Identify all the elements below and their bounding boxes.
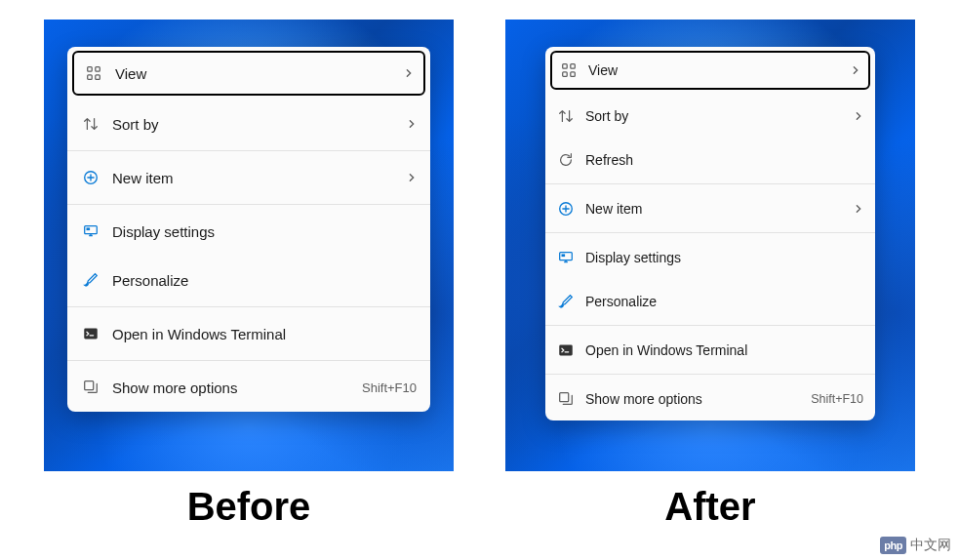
menu-separator [545,183,875,184]
menu-separator [67,306,430,307]
svg-rect-16 [559,344,573,355]
chevron-right-icon [407,115,417,133]
before-panel: ViewSort byNew itemDisplay settingsPerso… [44,20,454,529]
menu-item-view[interactable]: View [550,51,870,90]
svg-rect-15 [562,254,566,257]
chevron-right-icon [854,200,863,218]
watermark-text: 中文网 [910,537,951,554]
refresh-icon [557,151,575,169]
menu-item-label: Show more options [112,380,354,396]
menu-item-label: Sort by [585,108,846,124]
menu-item-personalize[interactable]: Personalize [67,256,430,304]
menu-separator [67,204,430,205]
menu-item-label: Show more options [585,391,803,407]
svg-rect-0 [88,67,93,72]
menu-separator [67,360,430,361]
menu-item-label: Open in Windows Terminal [585,342,863,358]
new-icon [81,168,100,187]
menu-item-open-in-windows-terminal[interactable]: Open in Windows Terminal [67,309,430,358]
after-desktop: ViewSort byRefreshNew itemDisplay settin… [505,20,915,471]
after-caption: After [505,485,915,529]
more-icon [81,378,100,397]
sort-icon [557,107,575,125]
brush-icon [81,270,100,290]
more-icon [557,390,575,408]
menu-item-display-settings[interactable]: Display settings [545,235,875,279]
svg-rect-8 [85,381,94,390]
menu-separator [545,232,875,233]
menu-item-label: Display settings [112,223,417,240]
display-icon [557,249,575,266]
before-caption: Before [44,485,454,529]
svg-rect-2 [88,75,93,80]
menu-item-label: Display settings [585,250,863,265]
grid-icon [560,61,578,79]
menu-separator [545,374,875,375]
menu-item-display-settings[interactable]: Display settings [67,207,430,256]
menu-item-personalize[interactable]: Personalize [545,279,875,323]
menu-item-new-item[interactable]: New item [545,186,875,230]
grid-icon [84,63,103,83]
menu-item-label: New item [112,170,399,186]
svg-rect-6 [87,227,91,230]
menu-item-label: Sort by [112,116,399,133]
svg-rect-17 [560,392,569,401]
chevron-right-icon [404,64,414,82]
menu-item-label: View [588,62,843,78]
menu-item-view[interactable]: View [72,51,425,96]
menu-item-sort-by[interactable]: Sort by [545,94,875,138]
before-context-menu: ViewSort byNew itemDisplay settingsPerso… [67,47,430,412]
svg-rect-1 [96,67,100,72]
new-icon [557,200,575,218]
before-desktop: ViewSort byNew itemDisplay settingsPerso… [44,20,454,471]
menu-item-label: Open in Windows Terminal [112,326,417,342]
menu-item-label: New item [585,201,846,217]
terminal-icon [81,324,100,343]
chevron-right-icon [407,169,417,186]
svg-rect-12 [571,72,576,77]
svg-rect-10 [571,64,576,69]
svg-rect-3 [96,75,100,80]
brush-icon [557,293,575,310]
menu-separator [67,150,430,151]
terminal-icon [557,341,575,359]
sort-icon [81,114,100,134]
menu-separator [545,325,875,326]
menu-item-label: View [115,65,396,82]
menu-item-label: Personalize [112,272,417,289]
menu-item-sort-by[interactable]: Sort by [67,100,430,148]
chevron-right-icon [851,61,860,79]
menu-shortcut: Shift+F10 [811,392,863,406]
menu-item-label: Refresh [585,152,863,168]
menu-shortcut: Shift+F10 [362,380,417,395]
svg-rect-7 [84,329,98,340]
display-icon [81,221,100,241]
menu-item-new-item[interactable]: New item [67,153,430,202]
menu-item-open-in-windows-terminal[interactable]: Open in Windows Terminal [545,328,875,372]
after-panel: ViewSort byRefreshNew itemDisplay settin… [505,20,915,529]
svg-rect-9 [563,64,568,69]
menu-item-refresh[interactable]: Refresh [545,138,875,181]
menu-item-show-more-options[interactable]: Show more optionsShift+F10 [545,377,875,420]
php-badge: php [880,537,906,554]
menu-item-label: Personalize [585,294,863,309]
after-context-menu: ViewSort byRefreshNew itemDisplay settin… [545,47,875,420]
chevron-right-icon [854,107,863,125]
watermark: php 中文网 [880,537,951,554]
svg-rect-11 [563,72,568,77]
menu-item-show-more-options[interactable]: Show more optionsShift+F10 [67,363,430,412]
